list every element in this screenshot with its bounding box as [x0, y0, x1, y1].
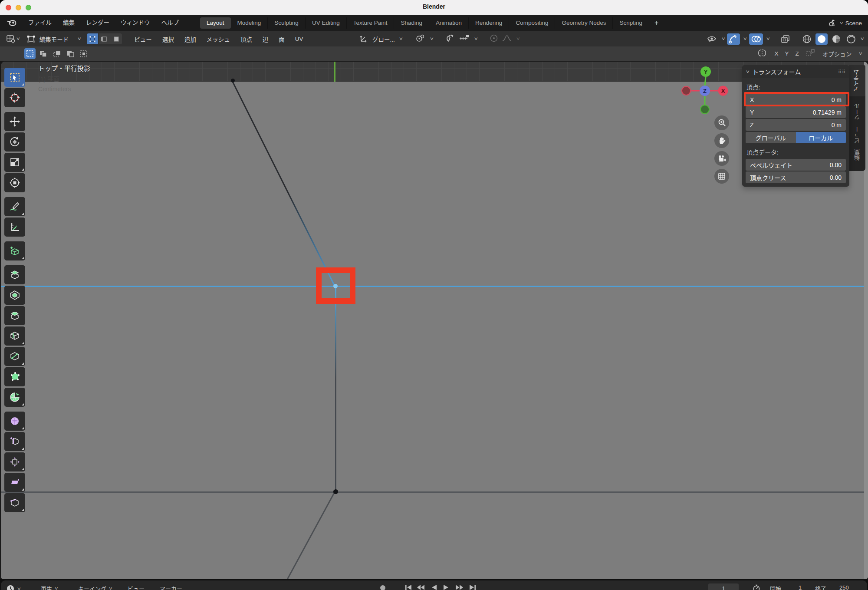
tool-measure[interactable] — [4, 218, 25, 237]
tab-sculpting[interactable]: Sculpting — [268, 17, 306, 29]
menu-help[interactable]: ヘルプ — [156, 15, 185, 31]
menu-face[interactable]: 面 — [273, 35, 290, 43]
tab-shading[interactable]: Shading — [394, 17, 429, 29]
play-reverse-button[interactable] — [431, 584, 437, 590]
select-extend-mode-button[interactable] — [38, 48, 49, 59]
shading-rendered-button[interactable] — [845, 33, 857, 45]
menu-timeline-view[interactable]: ビュー — [128, 584, 145, 590]
tool-inset-faces[interactable] — [4, 286, 25, 305]
unselected-vertex[interactable] — [333, 489, 338, 494]
tab-edit[interactable]: 編集 — [853, 149, 861, 161]
local-toggle-button[interactable]: ローカル — [796, 132, 846, 143]
tab-item[interactable]: アイテム — [849, 65, 865, 96]
tab-rendering[interactable]: Rendering — [469, 17, 509, 29]
select-subtract-mode-button[interactable] — [51, 48, 62, 59]
transform-orientation-icon[interactable] — [359, 34, 369, 44]
menu-window[interactable]: ウィンドウ — [115, 15, 156, 31]
viewport-3d[interactable]: トップ・平行投影 (1) 平面 Centimeters — [1, 62, 868, 579]
tab-uv-editing[interactable]: UV Editing — [306, 17, 347, 29]
frame-start-value[interactable]: 1 — [799, 584, 802, 590]
vertex-y-field[interactable]: Y 0.71429 m — [746, 106, 846, 118]
tab-geometry-nodes[interactable]: Geometry Nodes — [555, 17, 613, 29]
xray-toggle[interactable] — [779, 33, 792, 45]
camera-view-button[interactable] — [714, 151, 729, 166]
shading-solid-button[interactable] — [815, 33, 828, 45]
frame-end-value[interactable]: 250 — [839, 584, 849, 590]
vertex-select-mode-button[interactable] — [87, 33, 99, 44]
select-invert-mode-button[interactable] — [65, 48, 76, 59]
pivot-point-icon[interactable] — [415, 34, 426, 44]
menu-file[interactable]: ファイル — [23, 15, 57, 31]
shading-material-button[interactable] — [830, 33, 842, 45]
tool-cursor[interactable] — [4, 88, 25, 107]
timeline-editor-selector[interactable]: ˅ — [6, 584, 20, 590]
play-button[interactable] — [443, 584, 450, 590]
menu-keying[interactable]: キーイング˅ — [78, 584, 112, 590]
tool-poly-build[interactable] — [4, 367, 25, 386]
tool-shrink-fatten[interactable] — [4, 452, 25, 471]
current-frame-field[interactable]: 1 — [708, 583, 739, 590]
tool-extrude-region[interactable] — [4, 265, 25, 284]
mode-selector[interactable]: 編集モード ˅ — [26, 35, 81, 43]
tool-knife[interactable] — [4, 347, 25, 366]
options-dropdown[interactable]: オプション — [822, 49, 852, 58]
tool-rotate[interactable] — [4, 132, 25, 152]
editor-type-selector[interactable]: ˅ — [6, 35, 20, 43]
mirror-x-toggle[interactable]: X — [774, 50, 778, 57]
tool-scale[interactable] — [4, 153, 25, 172]
tab-view[interactable]: ビュー — [853, 126, 861, 143]
tab-layout[interactable]: Layout — [200, 17, 231, 29]
tool-add-cube[interactable] — [4, 241, 25, 260]
panel-drag-handle-icon[interactable]: ⠿⠿ — [838, 69, 846, 75]
tab-compositing[interactable]: Compositing — [509, 17, 555, 29]
jump-to-end-button[interactable] — [469, 584, 477, 590]
tab-animation[interactable]: Animation — [429, 17, 469, 29]
tool-transform[interactable] — [4, 173, 25, 192]
menu-vertex[interactable]: 頂点 — [235, 35, 257, 43]
edge-select-mode-button[interactable] — [99, 33, 110, 44]
snap-with-icon[interactable] — [459, 34, 470, 44]
jump-to-start-button[interactable] — [404, 584, 412, 590]
tab-texture-paint[interactable]: Texture Paint — [347, 17, 395, 29]
proportional-editing-icon[interactable] — [490, 34, 498, 44]
tab-tool[interactable]: ツール — [853, 103, 861, 120]
tool-select-box[interactable] — [4, 68, 25, 87]
zoom-button[interactable] — [714, 115, 729, 130]
select-intersect-mode-button[interactable] — [78, 48, 89, 59]
snap-magnet-icon[interactable] — [446, 34, 455, 44]
tool-edge-slide[interactable] — [4, 432, 25, 451]
menu-edge[interactable]: 辺 — [257, 35, 274, 43]
orientation-value[interactable]: グロー... — [372, 35, 395, 43]
gizmos-toggle[interactable] — [727, 33, 740, 45]
bevel-weight-field[interactable]: ベベルウェイト 0.00 — [746, 159, 846, 171]
menu-select[interactable]: 選択 — [157, 35, 179, 43]
crease-field[interactable]: 頂点クリース 0.00 — [746, 171, 846, 183]
tool-smooth[interactable] — [4, 412, 25, 431]
collapse-panel-icon[interactable]: ˅ — [746, 69, 750, 74]
tab-scripting[interactable]: Scripting — [613, 17, 649, 29]
tool-shear[interactable] — [4, 473, 25, 492]
next-keyframe-button[interactable] — [455, 584, 464, 590]
menu-uv[interactable]: UV — [290, 36, 309, 42]
record-button[interactable] — [379, 584, 386, 590]
scene-selector[interactable]: ˅ Scene — [828, 15, 862, 31]
blender-logo-icon[interactable] — [7, 19, 16, 28]
pan-hand-button[interactable] — [714, 133, 729, 148]
menu-view[interactable]: ビュー — [129, 35, 157, 43]
menu-edit[interactable]: 編集 — [57, 15, 80, 31]
mirror-z-toggle[interactable]: Z — [795, 50, 799, 57]
vertex-z-field[interactable]: Z 0 m — [746, 119, 846, 131]
proportional-falloff-icon[interactable] — [502, 34, 512, 44]
menu-render[interactable]: レンダー — [80, 15, 115, 31]
menu-mesh[interactable]: メッシュ — [201, 35, 235, 43]
snap-base-icon[interactable] — [806, 48, 816, 59]
menu-marker[interactable]: マーカー — [160, 584, 182, 590]
visibility-eye-icon[interactable] — [705, 34, 718, 44]
tool-move[interactable] — [4, 112, 25, 131]
tool-annotate[interactable] — [4, 197, 25, 216]
shading-wireframe-button[interactable] — [801, 33, 813, 45]
tool-rip-region[interactable] — [4, 493, 25, 512]
overlays-toggle[interactable] — [749, 33, 763, 45]
menu-playback[interactable]: 再生˅ — [41, 584, 58, 590]
navigation-gizmo[interactable]: Y X Z — [678, 64, 730, 116]
